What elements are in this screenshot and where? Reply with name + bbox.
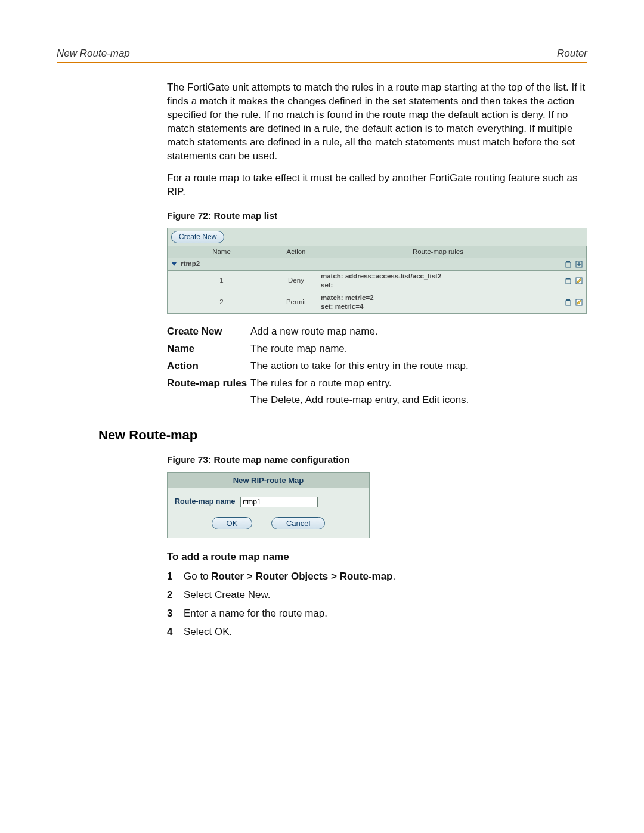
figure-72-caption: Figure 72: Route map list — [167, 210, 587, 222]
svg-rect-9 — [566, 299, 570, 301]
table-row: 2 Permit match: metric=2 set: metric=4 — [168, 292, 587, 313]
def-term: Action — [167, 360, 250, 373]
step-item: 1 Go to Router > Router Objects > Route-… — [167, 570, 587, 584]
toolbar: Create New — [168, 228, 587, 245]
delete-icon[interactable] — [565, 299, 572, 306]
edit-icon[interactable] — [575, 277, 583, 284]
row-id: 1 — [168, 270, 275, 292]
header-left: New Route-map — [57, 48, 130, 60]
definition-list: Create New Add a new route map name. Nam… — [167, 325, 587, 408]
step-text: Select OK. — [184, 625, 232, 639]
create-new-button[interactable]: Create New — [171, 231, 224, 243]
delete-icon[interactable] — [565, 277, 572, 284]
col-name: Name — [168, 246, 275, 258]
svg-rect-5 — [566, 279, 571, 284]
step-number: 2 — [167, 589, 184, 602]
svg-rect-6 — [566, 278, 570, 279]
steps-title: To add a route map name — [167, 550, 587, 564]
delete-icon[interactable] — [565, 261, 572, 268]
route-map-name-label: Route-map name — [175, 497, 240, 507]
expand-arrow-icon[interactable] — [172, 262, 177, 266]
def-term: Route-map rules — [167, 377, 250, 391]
def-desc: The route map name. — [250, 342, 587, 356]
def-icons-desc: The Delete, Add route-map entry, and Edi… — [250, 394, 587, 407]
row-rules: match: address=access-list/acc_list2 set… — [317, 270, 559, 292]
def-term: Create New — [167, 325, 250, 339]
table-group-row[interactable]: rtmp2 — [168, 258, 587, 271]
group-name: rtmp2 — [181, 260, 200, 267]
row-rules: match: metric=2 set: metric=4 — [317, 292, 559, 313]
col-actions-blank — [559, 246, 586, 258]
route-map-name-input[interactable] — [240, 497, 318, 507]
def-desc: The action to take for this entry in the… — [250, 360, 587, 373]
table-header-row: Name Action Route-map rules — [168, 246, 587, 258]
col-action: Action — [275, 246, 317, 258]
row-action: Permit — [275, 292, 317, 313]
def-desc: Add a new route map name. — [250, 325, 587, 339]
step-number: 4 — [167, 625, 184, 639]
intro-paragraph-1: The FortiGate unit attempts to match the… — [167, 81, 587, 163]
header-right: Router — [557, 48, 587, 60]
add-entry-icon[interactable] — [575, 261, 583, 268]
svg-rect-0 — [566, 262, 571, 267]
intro-paragraph-2: For a route map to take effect it must b… — [167, 172, 587, 199]
cancel-button[interactable]: Cancel — [271, 517, 325, 530]
new-route-map-dialog: New RIP-route Map Route-map name OK Canc… — [167, 472, 370, 538]
steps: To add a route map name 1 Go to Router >… — [167, 550, 587, 639]
section-heading-new-route-map: New Route-map — [98, 428, 587, 443]
page-header: New Route-map Router — [57, 48, 587, 63]
col-rules: Route-map rules — [317, 246, 559, 258]
step-item: 3 Enter a name for the route map. — [167, 607, 587, 621]
step-number: 3 — [167, 607, 184, 621]
row-action: Deny — [275, 270, 317, 292]
row-id: 2 — [168, 292, 275, 313]
route-map-list-panel: Create New Name Action Route-map rules r… — [167, 228, 587, 314]
svg-rect-1 — [566, 261, 570, 262]
step-text: Select Create New. — [184, 589, 271, 602]
edit-icon[interactable] — [575, 299, 583, 306]
table-row: 1 Deny match: address=access-list/acc_li… — [168, 270, 587, 292]
step-item: 2 Select Create New. — [167, 589, 587, 602]
def-term: Name — [167, 342, 250, 356]
def-desc: The rules for a route map entry. — [250, 377, 587, 391]
def-term-blank — [167, 394, 250, 407]
step-text: Go to Router > Router Objects > Route-ma… — [184, 570, 395, 584]
ok-button[interactable]: OK — [212, 517, 253, 530]
step-number: 1 — [167, 570, 184, 584]
figure-73-caption: Figure 73: Route map name configuration — [167, 454, 587, 466]
svg-rect-8 — [566, 301, 571, 305]
step-text: Enter a name for the route map. — [184, 607, 327, 621]
dialog-title: New RIP-route Map — [168, 473, 369, 488]
step-item: 4 Select OK. — [167, 625, 587, 639]
route-map-table: Name Action Route-map rules rtmp2 — [168, 246, 587, 314]
